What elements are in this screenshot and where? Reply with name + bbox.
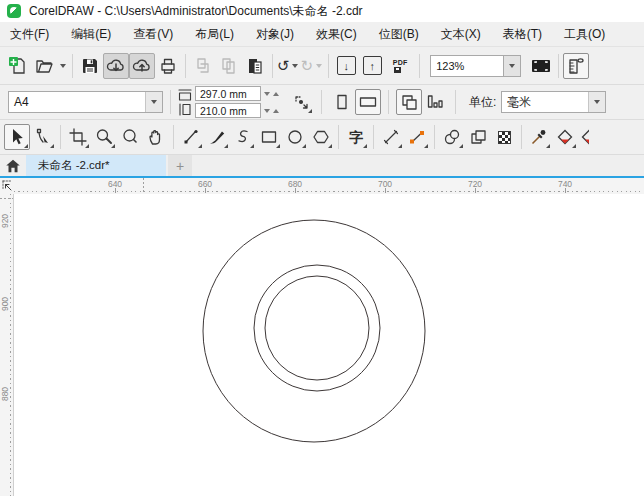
crop-icon (68, 127, 88, 147)
zoom-level-value: 123% (431, 60, 503, 72)
export-dialog-button[interactable]: ↑ (359, 53, 385, 79)
redo-dropdown[interactable] (313, 53, 324, 79)
menu-view[interactable]: 查看(V) (125, 23, 181, 46)
redo-button[interactable]: ↻ (301, 58, 314, 73)
mesh-fill-tool[interactable] (578, 124, 590, 150)
new-tab-button[interactable]: + (168, 155, 192, 176)
boxed-up-arrow-icon: ↑ (363, 56, 382, 75)
shape-tool[interactable] (30, 124, 56, 150)
page-width-icon (178, 88, 192, 101)
page-height-field[interactable]: 210.0 mm (195, 103, 261, 118)
page-height-spinner[interactable] (261, 109, 282, 113)
connector-icon (407, 127, 427, 147)
menu-edit[interactable]: 编辑(E) (63, 23, 119, 46)
magnifier-2-icon (120, 127, 140, 147)
middle-circle-object[interactable] (254, 265, 380, 391)
import-dialog-button[interactable]: ↓ (333, 53, 359, 79)
menu-effects[interactable]: 效果(C) (308, 23, 365, 46)
menu-layout[interactable]: 布局(L) (187, 23, 242, 46)
landscape-icon (358, 93, 378, 111)
crop-tool[interactable] (65, 124, 91, 150)
pattern-fill-tool[interactable] (491, 124, 517, 150)
export-button[interactable] (129, 53, 155, 79)
full-screen-preview-button[interactable] (528, 53, 554, 79)
folder-icon (34, 56, 54, 76)
page-size-combo[interactable]: A4 (8, 91, 163, 113)
paste-button[interactable] (242, 53, 268, 79)
import-button[interactable] (103, 53, 129, 79)
page-boundary-mark (143, 178, 144, 194)
print-button[interactable] (155, 53, 181, 79)
b-spline-tool[interactable] (230, 124, 256, 150)
transparency-tool[interactable] (465, 124, 491, 150)
artistic-media-tool[interactable] (204, 124, 230, 150)
magnifier-icon (94, 127, 114, 147)
menu-object[interactable]: 对象(J) (248, 23, 302, 46)
open-dropdown[interactable] (57, 53, 68, 79)
units-value: 毫米 (502, 94, 588, 111)
printer-icon (158, 56, 178, 76)
all-pages-button[interactable] (396, 89, 422, 115)
show-rulers-button[interactable] (563, 53, 589, 79)
straight-line-tool[interactable] (378, 124, 404, 150)
vertical-ruler[interactable]: 920 900 880 (0, 194, 14, 496)
shape-node-icon (33, 127, 53, 147)
zoom-level-dropdown[interactable] (504, 55, 521, 77)
current-page-button[interactable] (422, 89, 448, 115)
undo-button[interactable]: ↺ (277, 58, 290, 73)
ruler-origin-icon[interactable] (0, 178, 14, 194)
open-button[interactable] (31, 53, 57, 79)
line-nodes-icon (181, 127, 201, 147)
units-dropdown[interactable] (588, 92, 605, 112)
menu-file[interactable]: 文件(F) (2, 23, 57, 46)
new-document-button[interactable] (5, 53, 31, 79)
page-width-spinner[interactable] (261, 92, 282, 96)
page-height-icon (178, 103, 192, 116)
connector-tool[interactable] (404, 124, 430, 150)
units-combo[interactable]: 毫米 (501, 91, 606, 113)
vruler-label: 880 (0, 380, 10, 408)
drop-shadow-tool[interactable] (439, 124, 465, 150)
color-eyedropper-tool[interactable] (526, 124, 552, 150)
two-squares-icon (468, 127, 488, 147)
save-button[interactable] (77, 53, 103, 79)
diagonal-line-icon (381, 127, 401, 147)
page-size-dropdown[interactable] (145, 92, 162, 112)
zoom-tool-2[interactable] (117, 124, 143, 150)
polygon-tool[interactable] (308, 124, 334, 150)
drawing-canvas[interactable] (14, 194, 644, 496)
menu-table[interactable]: 表格(T) (495, 23, 550, 46)
page-width-field[interactable]: 297.0 mm (195, 86, 261, 101)
ellipse-tool[interactable] (282, 124, 308, 150)
menu-bitmaps[interactable]: 位图(B) (371, 23, 427, 46)
cloud-up-icon (131, 55, 153, 77)
outer-circle-object[interactable] (203, 220, 425, 442)
document-tab-active[interactable]: 未命名 -2.cdr* (26, 155, 166, 176)
landscape-button[interactable] (355, 89, 381, 115)
menu-text[interactable]: 文本(X) (433, 23, 489, 46)
nudge-offset-button[interactable] (288, 89, 314, 115)
workspace: 920 900 880 (0, 194, 644, 496)
home-icon (4, 157, 22, 175)
horizontal-ruler[interactable]: 640 660 680 700 720 740 (0, 178, 644, 195)
zoom-tool[interactable] (91, 124, 117, 150)
publish-pdf-button[interactable]: PDF (385, 53, 415, 79)
menu-tools[interactable]: 工具(O) (556, 23, 613, 46)
fill-diamond-icon (555, 127, 575, 147)
undo-dropdown[interactable] (290, 53, 301, 79)
interactive-fill-tool[interactable] (552, 124, 578, 150)
inner-circle-object[interactable] (265, 276, 369, 380)
pick-tool[interactable] (4, 124, 30, 150)
copy-button[interactable] (216, 53, 242, 79)
cut-button[interactable] (190, 53, 216, 79)
text-tool[interactable]: 字 (343, 124, 369, 150)
pan-tool[interactable] (143, 124, 169, 150)
copy-icon (219, 56, 239, 76)
brush-icon (207, 127, 227, 147)
welcome-home-button[interactable] (0, 155, 26, 176)
zoom-level-combo[interactable]: 123% (430, 55, 504, 77)
rectangle-tool[interactable] (256, 124, 282, 150)
freehand-tool[interactable] (178, 124, 204, 150)
menu-bar: 文件(F) 编辑(E) 查看(V) 布局(L) 对象(J) 效果(C) 位图(B… (0, 22, 644, 47)
portrait-button[interactable] (329, 89, 355, 115)
